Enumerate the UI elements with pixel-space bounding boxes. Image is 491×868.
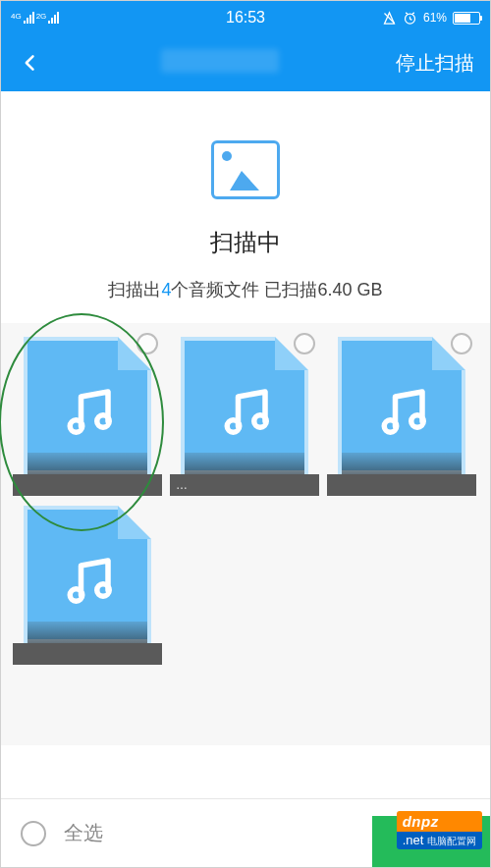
status-bar: 4G 2G 16:53 61% [1,1,490,34]
file-item[interactable] [323,333,480,474]
file-label [327,474,476,496]
file-grid: … [1,323,490,745]
file-item[interactable] [9,333,166,474]
page-title [44,49,396,77]
svg-point-4 [227,420,240,433]
app-header: 停止扫描 [1,34,490,91]
file-label [13,643,162,665]
file-item[interactable]: … [166,333,323,474]
file-checkbox[interactable] [451,333,472,354]
stop-scan-button[interactable]: 停止扫描 [396,50,474,77]
net-label-2g: 2G [36,12,47,24]
alarm-icon [403,11,417,26]
svg-point-6 [384,420,397,433]
music-file-icon [373,382,432,441]
image-placeholder-icon [211,140,280,199]
svg-point-5 [254,415,267,428]
music-file-icon [216,382,275,441]
select-all-label[interactable]: 全选 [64,820,103,846]
signal-bars-icon [24,12,34,24]
signal-bars-icon [48,12,59,24]
battery-icon [453,12,480,25]
scan-status-title: 扫描中 [21,227,470,258]
file-item[interactable] [9,502,166,643]
status-time: 16:53 [226,9,265,27]
battery-percent: 61% [423,11,447,25]
net-label-4g: 4G [11,12,22,24]
file-checkbox[interactable] [294,333,315,354]
music-file-icon [59,551,118,610]
no-sound-icon [382,11,397,26]
file-label [13,474,162,496]
svg-point-2 [70,420,82,433]
svg-point-7 [411,415,424,428]
file-label: … [170,474,319,496]
svg-point-8 [70,589,82,602]
watermark: dnpz .net 电脑配置网 [397,811,482,849]
svg-point-9 [97,584,110,597]
select-all-checkbox[interactable] [21,821,46,846]
svg-point-3 [97,415,110,428]
file-checkbox[interactable] [136,333,158,354]
back-button[interactable] [17,49,44,77]
music-file-icon [59,382,118,441]
scan-status-info: 扫描出4个音频文件 已扫描6.40 GB [21,278,470,301]
